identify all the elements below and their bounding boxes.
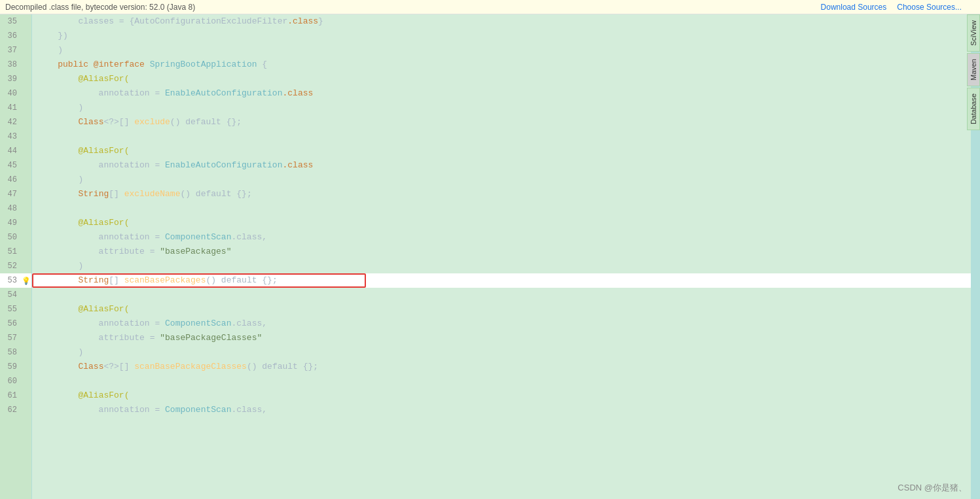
line-number: 42 xyxy=(0,115,21,129)
database-tab[interactable]: Database xyxy=(967,88,980,130)
line-number: 44 xyxy=(0,144,21,158)
code-line: annotation = ComponentScan.class, xyxy=(32,403,971,417)
gutter-row: 57 xyxy=(0,331,31,345)
gutter-row: 59 xyxy=(0,360,31,374)
line-number: 48 xyxy=(0,201,21,216)
line-number: 36 xyxy=(0,29,21,43)
code-line: ) xyxy=(32,43,971,58)
gutter-row: 49 xyxy=(0,216,31,230)
code-line: Class<?>[] exclude() default {}; xyxy=(32,115,971,129)
gutter-icon: 💡 xyxy=(21,277,31,285)
gutter-row: 54 xyxy=(0,288,31,302)
gutter-row: 45 xyxy=(0,158,31,173)
code-line: @AliasFor( xyxy=(32,144,971,158)
line-number: 43 xyxy=(0,129,21,144)
line-number: 35 xyxy=(0,14,21,29)
line-number: 52 xyxy=(0,259,21,273)
gutter-row: 47 xyxy=(0,187,31,201)
code-line xyxy=(32,129,971,144)
gutter-row: 38 xyxy=(0,58,31,72)
line-number: 49 xyxy=(0,216,21,230)
line-number: 62 xyxy=(0,403,21,417)
gutter-row: 43 xyxy=(0,129,31,144)
line-number: 53 xyxy=(0,273,21,288)
code-line: ) xyxy=(32,345,971,360)
gutter-row: 53💡 xyxy=(0,273,31,288)
line-number: 38 xyxy=(0,58,21,72)
banner-text: Decompiled .class file, bytecode version… xyxy=(5,3,195,12)
line-number: 51 xyxy=(0,245,21,259)
code-line: classes = {AutoConfigurationExcludeFilte… xyxy=(32,14,971,29)
gutter-row: 50 xyxy=(0,230,31,245)
line-number: 59 xyxy=(0,360,21,374)
line-number: 58 xyxy=(0,345,21,360)
code-line: ) xyxy=(32,101,971,115)
line-number: 57 xyxy=(0,331,21,345)
sciview-tab[interactable]: SciView xyxy=(967,14,980,52)
code-line: @AliasFor( xyxy=(32,72,971,86)
line-number: 50 xyxy=(0,230,21,245)
gutter-row: 52 xyxy=(0,259,31,273)
code-line: annotation = EnableAutoConfiguration.cla… xyxy=(32,86,971,101)
gutter-row: 40 xyxy=(0,86,31,101)
code-line: @AliasFor( xyxy=(32,388,971,403)
gutter-row: 58 xyxy=(0,345,31,360)
code-line xyxy=(32,374,971,388)
code-line: @AliasFor( xyxy=(32,302,971,317)
gutter-row: 62 xyxy=(0,403,31,417)
gutter-row: 55 xyxy=(0,302,31,317)
code-line: annotation = ComponentScan.class, xyxy=(32,230,971,245)
banner-links: Download Sources Choose Sources... xyxy=(821,3,962,12)
gutter-row: 48 xyxy=(0,201,31,216)
gutter-row: 51 xyxy=(0,245,31,259)
gutter-row: 44 xyxy=(0,144,31,158)
line-number: 45 xyxy=(0,158,21,173)
line-number: 46 xyxy=(0,173,21,187)
line-number: 55 xyxy=(0,302,21,317)
code-line: ) xyxy=(32,173,971,187)
line-number: 39 xyxy=(0,72,21,86)
gutter-row: 37 xyxy=(0,43,31,58)
code-line: @AliasFor( xyxy=(32,216,971,230)
code-line xyxy=(32,201,971,216)
line-number: 54 xyxy=(0,288,21,302)
gutter-row: 41 xyxy=(0,101,31,115)
code-line: String[] scanBasePackages() default {}; xyxy=(32,273,971,288)
line-number: 61 xyxy=(0,388,21,403)
code-line: }) xyxy=(32,29,971,43)
code-line: annotation = EnableAutoConfiguration.cla… xyxy=(32,158,971,173)
gutter-row: 60 xyxy=(0,374,31,388)
gutter-row: 42 xyxy=(0,115,31,129)
code-content: classes = {AutoConfigurationExcludeFilte… xyxy=(32,14,971,499)
line-number: 41 xyxy=(0,101,21,115)
line-number: 40 xyxy=(0,86,21,101)
gutter-row: 39 xyxy=(0,72,31,86)
maven-tab[interactable]: Maven xyxy=(967,53,980,86)
code-line: attribute = "basePackageClasses" xyxy=(32,331,971,345)
line-number: 56 xyxy=(0,317,21,331)
line-numbers-gutter: 35363738394041424344454647484950515253💡5… xyxy=(0,14,32,499)
code-line: annotation = ComponentScan.class, xyxy=(32,317,971,331)
download-sources-link[interactable]: Download Sources xyxy=(821,3,887,12)
editor-area: 35363738394041424344454647484950515253💡5… xyxy=(0,14,980,499)
line-number: 37 xyxy=(0,43,21,58)
top-banner: Decompiled .class file, bytecode version… xyxy=(0,0,980,14)
code-line: attribute = "basePackages" xyxy=(32,245,971,259)
right-tabs: SciView Maven Database xyxy=(967,14,980,131)
gutter-row: 35 xyxy=(0,14,31,29)
gutter-row: 46 xyxy=(0,173,31,187)
gutter-row: 61 xyxy=(0,388,31,403)
choose-sources-link[interactable]: Choose Sources... xyxy=(897,3,962,12)
code-line: public @interface SpringBootApplication … xyxy=(32,58,971,72)
watermark: CSDN @你是猪、 xyxy=(898,482,967,494)
line-number: 60 xyxy=(0,374,21,388)
code-line: String[] excludeName() default {}; xyxy=(32,187,971,201)
code-line: Class<?>[] scanBasePackageClasses() defa… xyxy=(32,360,971,374)
gutter-row: 36 xyxy=(0,29,31,43)
gutter-row: 56 xyxy=(0,317,31,331)
code-line: ) xyxy=(32,259,971,273)
code-line xyxy=(32,288,971,302)
line-number: 47 xyxy=(0,187,21,201)
